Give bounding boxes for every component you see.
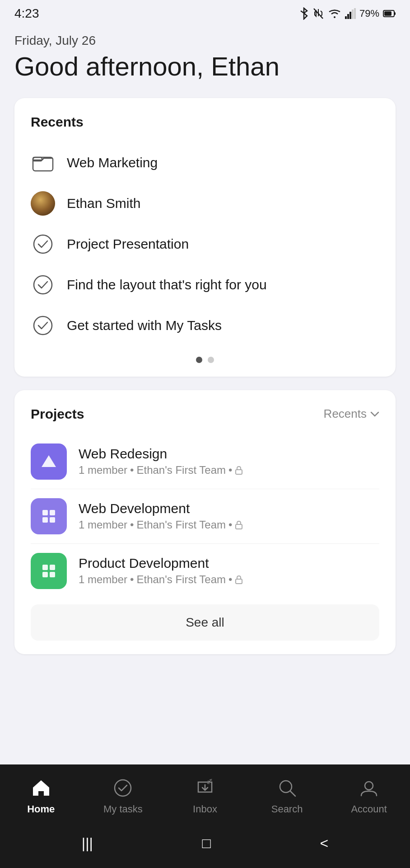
lock-icon-2 [235, 520, 243, 529]
projects-title: Projects [31, 406, 84, 422]
tab-home[interactable]: Home [0, 773, 82, 819]
project-icon-product-development [31, 553, 67, 589]
project-meta-web-development: 1 member • Ethan's First Team • [79, 519, 243, 531]
svg-rect-25 [236, 579, 242, 584]
svg-text:z: z [210, 778, 212, 782]
svg-rect-18 [42, 517, 48, 523]
chevron-down-icon [370, 411, 379, 417]
tab-label-inbox: Inbox [193, 803, 217, 815]
recents-title: Recents [31, 114, 379, 130]
project-icon-web-redesign [31, 443, 67, 480]
lock-icon-1 [235, 466, 243, 475]
project-info-web-development: Web Development 1 member • Ethan's First… [79, 501, 243, 531]
tab-search[interactable]: Search [246, 773, 328, 819]
projects-card: Projects Recents Web Redesign 1 member • [14, 390, 396, 654]
avatar [31, 191, 55, 216]
project-item-product-development[interactable]: Product Development 1 member • Ethan's F… [31, 543, 379, 598]
battery-icon [383, 9, 396, 18]
my-tasks-icon [111, 776, 135, 800]
project-name-web-development: Web Development [79, 501, 243, 516]
task-check-icon-1 [31, 232, 55, 256]
pagination-dots [31, 357, 379, 363]
wifi-icon [328, 8, 341, 19]
svg-rect-17 [50, 510, 55, 515]
nav-tabs: Home My tasks z z z [0, 764, 410, 823]
svg-point-26 [115, 780, 131, 796]
bottom-nav: Home My tasks z z z [0, 764, 410, 868]
svg-rect-4 [352, 9, 354, 19]
status-icons: 79% [299, 7, 396, 20]
see-all-button[interactable]: See all [31, 604, 379, 641]
recent-item-get-started[interactable]: Get started with My Tasks [31, 305, 379, 346]
recent-label-web-marketing: Web Marketing [67, 155, 158, 170]
system-nav: ||| □ < [0, 823, 410, 868]
tab-inbox[interactable]: z z z Inbox [164, 773, 246, 819]
nav-home-button[interactable]: □ [191, 831, 221, 855]
task-check-icon-3 [31, 313, 55, 338]
inbox-icon: z z z [193, 776, 217, 800]
tab-my-tasks[interactable]: My tasks [82, 773, 164, 819]
project-name-web-redesign: Web Redesign [79, 446, 243, 462]
project-meta-web-redesign: 1 member • Ethan's First Team • [79, 464, 243, 476]
svg-rect-20 [236, 524, 242, 529]
svg-rect-10 [33, 157, 42, 161]
recent-item-project-presentation[interactable]: Project Presentation [31, 224, 379, 264]
task-check-icon-2 [31, 273, 55, 297]
recent-item-web-marketing[interactable]: Web Marketing [31, 142, 379, 183]
svg-rect-2 [347, 14, 349, 19]
project-item-web-development[interactable]: Web Development 1 member • Ethan's First… [31, 489, 379, 543]
tab-label-search: Search [271, 803, 303, 815]
greeting-section: Friday, July 26 Good afternoon, Ethan [14, 33, 396, 82]
recent-label-find-layout: Find the layout that's right for you [67, 277, 267, 292]
svg-point-32 [365, 782, 373, 790]
svg-rect-8 [384, 11, 391, 16]
svg-rect-16 [42, 510, 48, 515]
recents-filter-button[interactable]: Recents [324, 407, 379, 421]
svg-point-12 [34, 276, 52, 294]
greeting-title: Good afternoon, Ethan [14, 52, 396, 82]
battery-text: 79% [359, 8, 379, 19]
recent-label-project-presentation: Project Presentation [67, 236, 189, 252]
svg-point-30 [280, 781, 292, 793]
greeting-date: Friday, July 26 [14, 33, 396, 48]
project-item-web-redesign[interactable]: Web Redesign 1 member • Ethan's First Te… [31, 434, 379, 489]
svg-marker-14 [42, 455, 56, 467]
svg-rect-19 [50, 517, 55, 523]
home-icon [29, 776, 53, 800]
recent-label-get-started: Get started with My Tasks [67, 318, 222, 333]
projects-card-header: Projects Recents [31, 406, 379, 422]
nav-back-button[interactable]: < [309, 831, 339, 855]
tab-label-home: Home [27, 803, 55, 815]
nav-recent-apps-button[interactable]: ||| [71, 831, 104, 855]
svg-rect-21 [42, 565, 48, 570]
svg-rect-24 [50, 572, 55, 577]
recent-item-find-layout[interactable]: Find the layout that's right for you [31, 264, 379, 305]
svg-point-11 [34, 235, 52, 253]
svg-line-31 [290, 791, 295, 796]
svg-rect-1 [345, 16, 347, 19]
recent-item-ethan-smith[interactable]: Ethan Smith [31, 183, 379, 224]
svg-rect-7 [394, 12, 396, 15]
tab-account[interactable]: Account [328, 773, 410, 819]
account-icon [357, 776, 381, 800]
bluetooth-icon [299, 7, 309, 20]
tab-label-my-tasks: My tasks [103, 803, 143, 815]
status-time: 4:23 [14, 6, 39, 21]
mute-icon [312, 7, 324, 20]
status-bar: 4:23 79% [0, 0, 410, 24]
recents-card: Recents Web Marketing Ethan Smith [14, 98, 396, 377]
signal-icon [345, 8, 356, 19]
dot-active[interactable] [196, 357, 202, 363]
project-info-web-redesign: Web Redesign 1 member • Ethan's First Te… [79, 446, 243, 476]
tab-label-account: Account [351, 803, 387, 815]
svg-rect-23 [42, 572, 48, 577]
project-info-product-development: Product Development 1 member • Ethan's F… [79, 556, 243, 586]
dot-inactive[interactable] [208, 357, 214, 363]
folder-icon [31, 151, 55, 175]
svg-rect-15 [236, 470, 242, 474]
svg-rect-3 [349, 12, 351, 19]
project-name-product-development: Product Development [79, 556, 243, 571]
project-icon-web-development [31, 498, 67, 534]
lock-icon-3 [235, 575, 243, 584]
svg-rect-22 [50, 565, 55, 570]
